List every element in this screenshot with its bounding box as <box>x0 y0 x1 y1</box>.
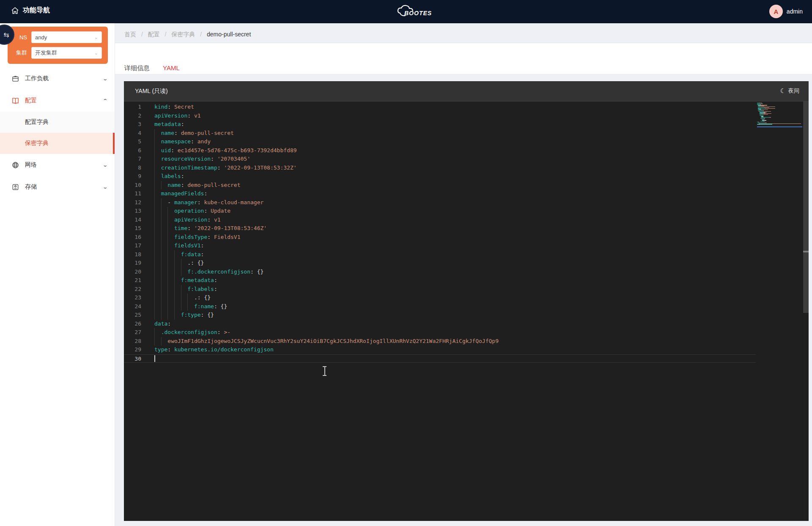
chevron-down-icon: ⌄ <box>94 35 98 40</box>
scrollbar-thumb[interactable] <box>803 101 809 313</box>
code-line[interactable]: 16fieldsType: FieldsV1 <box>124 233 756 242</box>
code-line[interactable]: 7resourceVersion: '20703405' <box>124 155 756 164</box>
code-line[interactable]: 25f:type: {} <box>124 311 756 320</box>
sidebar-item-config[interactable]: 配置 ⌃ <box>0 90 115 112</box>
code-line[interactable]: 11managedFields: <box>124 189 756 198</box>
storage-icon <box>12 184 19 191</box>
code-line[interactable]: 23.: {} <box>124 293 756 302</box>
code-line[interactable]: 5namespace: andy <box>124 137 756 146</box>
code-line[interactable]: 13operation: Update <box>124 207 756 216</box>
text-cursor-pointer <box>322 366 327 376</box>
sidebar-item-label: 网络 <box>25 161 103 169</box>
breadcrumb-separator: / <box>200 31 202 38</box>
function-nav-button[interactable]: 功能导航 <box>11 6 50 15</box>
sidebar-item-label: 配置 <box>25 97 103 104</box>
breadcrumb-config[interactable]: 配置 <box>148 31 160 38</box>
code-line[interactable]: 21f:metadata: <box>124 276 756 285</box>
breadcrumb-secret[interactable]: 保密字典 <box>171 31 195 38</box>
bootes-logo: BOOTES <box>393 3 440 20</box>
editor-header: YAML (只读) ☾ 夜间 <box>124 81 809 101</box>
code-line[interactable]: 10name: demo-pull-secret <box>124 181 756 190</box>
sidebar-menu: 工作负载 ⌄ 配置 ⌃ 配置字典 保密字典 网络 <box>0 68 115 198</box>
breadcrumb-separator: / <box>165 31 167 38</box>
namespace-select[interactable]: andy ⌄ <box>31 31 102 43</box>
code-line[interactable]: 4name: demo-pull-secret <box>124 129 756 138</box>
chevron-down-icon: ⌄ <box>102 76 108 82</box>
code-line[interactable]: 18f:data: <box>124 250 756 259</box>
active-indicator <box>113 133 115 154</box>
code-line[interactable]: 9labels: <box>124 172 756 181</box>
code-line[interactable]: 12- manager: kube-cloud-manager <box>124 198 756 207</box>
code-line[interactable]: 6uid: ec1d457e-5d76-475c-b693-7392d4bbfd… <box>124 146 756 155</box>
code-line[interactable]: 20f:.dockerconfigjson: {} <box>124 268 756 277</box>
namespace-cluster-panel: NS andy ⌄ 集群 开发集群 ⌄ <box>8 27 108 64</box>
config-icon <box>12 97 19 104</box>
sidebar-item-secret[interactable]: 保密字典 <box>0 133 115 154</box>
network-icon <box>12 162 19 169</box>
cluster-select[interactable]: 开发集群 ⌄ <box>31 47 102 59</box>
namespace-value: andy <box>35 34 94 41</box>
code-line[interactable]: 29type: kubernetes.io/dockerconfigjson <box>124 345 756 354</box>
chevron-down-icon: ⌄ <box>102 162 108 168</box>
code-line[interactable]: 17fieldsV1: <box>124 241 756 250</box>
sidebar-item-label: 工作负载 <box>25 75 103 82</box>
function-nav-label: 功能导航 <box>23 6 50 15</box>
editor-body: 1kind: Secret2apiVersion: v13metadata:4n… <box>124 101 809 521</box>
night-mode-toggle[interactable]: ☾ 夜间 <box>780 87 799 95</box>
code-line[interactable]: 3metadata: <box>124 120 756 129</box>
chevron-down-icon: ⌄ <box>94 50 98 56</box>
code-line[interactable]: 28ewoJImF1dGhzIjogewoJCSJyZWcucnVuc3RhY2… <box>124 337 756 346</box>
sidebar-item-label: 配置字典 <box>25 118 49 126</box>
tab-bar: 详细信息 YAML <box>115 43 812 74</box>
minimap-current-line <box>757 126 802 127</box>
code-line[interactable]: 15time: '2022-09-13T08:53:46Z' <box>124 224 756 233</box>
night-mode-label: 夜间 <box>788 87 799 95</box>
top-navbar: 功能导航 BOOTES A admin <box>0 0 812 23</box>
code-line[interactable]: 24f:name: {} <box>124 302 756 311</box>
code-line[interactable]: 19.: {} <box>124 259 756 268</box>
workload-icon <box>12 75 19 82</box>
sidebar-item-storage[interactable]: 存储 ⌄ <box>0 176 115 198</box>
overview-cursor-marker <box>803 251 809 252</box>
yaml-editor-panel: YAML (只读) ☾ 夜间 1kind: Secret2apiVersion:… <box>124 81 809 521</box>
main-content: 首页 / 配置 / 保密字典 / demo-pull-secret 详细信息 Y… <box>115 23 812 526</box>
code-line[interactable]: 14apiVersion: v1 <box>124 216 756 225</box>
code-line[interactable]: 26data: <box>124 320 756 329</box>
cluster-value: 开发集群 <box>35 49 94 57</box>
breadcrumb-current: demo-pull-secret <box>207 31 251 38</box>
moon-icon: ☾ <box>780 87 786 95</box>
editor-title: YAML (只读) <box>135 88 168 95</box>
breadcrumb-separator: / <box>141 31 143 38</box>
breadcrumb: 首页 / 配置 / 保密字典 / demo-pull-secret <box>124 31 251 38</box>
sidebar-item-configmap[interactable]: 配置字典 <box>0 112 115 133</box>
code-area[interactable]: 1kind: Secret2apiVersion: v13metadata:4n… <box>124 103 809 363</box>
code-line[interactable]: 27.dockerconfigjson: >- <box>124 328 756 337</box>
sidebar-item-label: 存储 <box>25 183 103 191</box>
chevron-up-icon: ⌃ <box>102 98 108 104</box>
cluster-label: 集群 <box>12 49 31 57</box>
chevron-down-icon: ⌄ <box>102 184 108 190</box>
code-line[interactable]: 22f:labels: <box>124 285 756 294</box>
home-icon <box>11 7 19 14</box>
username: admin <box>787 8 803 15</box>
avatar: A <box>769 5 783 18</box>
code-line[interactable]: 2apiVersion: v1 <box>124 112 756 121</box>
minimap[interactable] <box>757 103 802 127</box>
collapse-icon: ⇆ <box>3 31 9 39</box>
code-line[interactable]: 30 <box>124 354 756 363</box>
breadcrumb-home[interactable]: 首页 <box>124 31 136 38</box>
logo-text: BOOTES <box>404 10 432 16</box>
user-menu[interactable]: A admin <box>769 5 803 18</box>
sidebar-item-label: 保密字典 <box>25 140 49 147</box>
sidebar: ⇆ NS andy ⌄ 集群 开发集群 ⌄ 工作负载 ⌄ <box>0 23 115 526</box>
code-line[interactable]: 1kind: Secret <box>124 103 756 112</box>
tab-yaml[interactable]: YAML <box>163 64 180 71</box>
sidebar-item-network[interactable]: 网络 ⌄ <box>0 154 115 176</box>
editor-scrollbar[interactable] <box>803 101 809 521</box>
tab-details[interactable]: 详细信息 <box>124 64 150 72</box>
sidebar-item-workloads[interactable]: 工作负载 ⌄ <box>0 68 115 90</box>
code-line[interactable]: 8creationTimestamp: '2022-09-13T08:53:32… <box>124 164 756 173</box>
ns-label: NS <box>12 34 31 41</box>
